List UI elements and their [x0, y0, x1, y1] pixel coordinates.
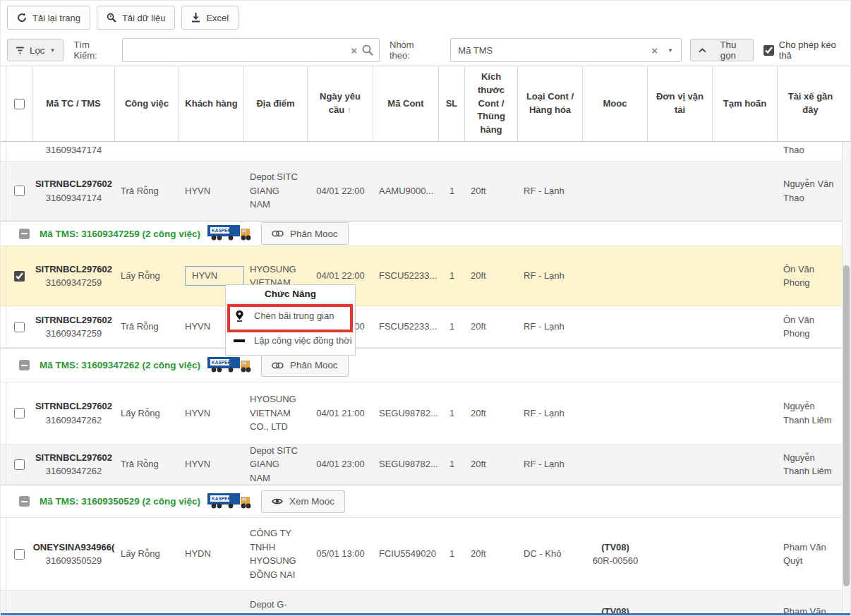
- search-icon[interactable]: [362, 38, 373, 62]
- load-data-button[interactable]: Tải dữ liệu: [97, 6, 175, 30]
- table-row[interactable]: SITRNBCL29760231609347174 Trả Rỗng HYVN …: [1, 162, 850, 221]
- menu-item-label: Chèn bãi trung gian: [254, 310, 334, 321]
- filter-button[interactable]: Lọc ▼: [7, 39, 64, 61]
- group-label: Mã TMS: 31609347262 (2 công việc): [40, 360, 200, 370]
- group-label: Mã TMS: 31609350529 (2 công việc): [40, 496, 200, 507]
- xem-mooc-button[interactable]: Xem Mooc: [261, 490, 345, 513]
- table-row[interactable]: SITRNBCL29760231609347262 Lấy Rỗng HYVN …: [1, 382, 850, 445]
- col-tai-xe[interactable]: Tài xế gần đây: [778, 66, 843, 141]
- tms-job-table-page: { "toolbar": { "reload_label": "Tải lại …: [0, 0, 851, 616]
- col-ngay-yeu-cau[interactable]: Ngày yêu cầu ↑: [308, 66, 373, 141]
- eye-icon: [272, 497, 283, 505]
- row-checkbox[interactable]: [14, 549, 25, 560]
- col-loai-cont[interactable]: Loại Cont / Hàng hóa: [518, 66, 583, 141]
- filter-bar: Lọc ▼ Tìm Kiếm: × Nhóm theo: Mã TMS × ▼ …: [1, 35, 850, 66]
- cell-ma-cont: AAMU9000...: [373, 162, 439, 220]
- scrollbar-thumb[interactable]: [843, 265, 850, 586]
- chevron-down-icon: ▼: [50, 47, 56, 54]
- row-checkbox[interactable]: [14, 271, 25, 282]
- excel-export-button[interactable]: Excel: [181, 6, 239, 30]
- row-checkbox[interactable]: [14, 186, 25, 196]
- table-row[interactable]: 31609347174 Thao: [1, 142, 850, 162]
- col-cong-viec[interactable]: Công việc: [115, 66, 179, 141]
- cell-khach-hang: HYVN: [179, 382, 244, 444]
- bottom-blue-line: [1, 613, 850, 615]
- clear-search-icon[interactable]: ×: [351, 38, 357, 62]
- cell-ma-tc-tms: SITRNBCL29760231609347259: [32, 246, 115, 306]
- clear-group-icon[interactable]: ×: [651, 38, 658, 62]
- group-by-value: Mã TMS: [458, 45, 493, 56]
- row-checkbox[interactable]: [14, 322, 25, 332]
- table-row-selected[interactable]: SITRNBCL29760231609347259 Lấy Rỗng HYVN …: [1, 246, 850, 306]
- phan-mooc-button[interactable]: Phân Mooc: [261, 222, 348, 245]
- phan-mooc-button[interactable]: Phân Mooc: [261, 354, 348, 377]
- select-all-header: [6, 66, 32, 141]
- select-all-checkbox[interactable]: [14, 99, 25, 109]
- table-header: Mã TC / TMS Công việc Khách hàng Địa điể…: [1, 66, 850, 142]
- vertical-scrollbar[interactable]: [842, 142, 850, 615]
- search-label: Tìm Kiếm:: [73, 40, 114, 61]
- cell-mooc: (TV08)60R-00560: [583, 591, 648, 616]
- col-mooc[interactable]: Mooc: [583, 66, 648, 141]
- drag-drop-label: Cho phép kéo thả: [779, 40, 850, 61]
- cell-kich-thuoc: 20ft: [465, 382, 518, 444]
- row-checkbox[interactable]: [14, 459, 25, 470]
- table-row[interactable]: ONEYSINA934966( Trả Rỗng HYDN Depot G-FO…: [1, 591, 850, 616]
- reload-page-button[interactable]: Tải lại trang: [7, 6, 90, 30]
- row-checkbox[interactable]: [14, 408, 25, 418]
- cell-driver: Nguyễn Thanh Liêm: [778, 382, 843, 444]
- cell-ma-cont: FSCU52233...: [373, 306, 439, 347]
- cell-sl: 1: [439, 382, 465, 444]
- svg-text:KASPER: KASPER: [212, 228, 231, 233]
- cell-cong-viec: Trả Rỗng: [115, 306, 179, 347]
- chevron-down-icon[interactable]: ▼: [668, 38, 673, 62]
- col-khach-hang[interactable]: Khách hàng: [179, 66, 244, 141]
- collapse-group-icon[interactable]: [19, 360, 30, 370]
- group-by-label: Nhóm theo:: [390, 40, 436, 61]
- col-ma-tc-tms[interactable]: Mã TC / TMS: [32, 66, 115, 141]
- group-by-select[interactable]: Mã TMS: [450, 38, 682, 62]
- table-row[interactable]: SITRNBCL29760231609347259 Trả Rỗng HYVN …: [1, 306, 850, 348]
- drag-drop-toggle[interactable]: Cho phép kéo thả: [764, 40, 850, 61]
- cell-sl: 1: [439, 246, 465, 306]
- col-ma-cont[interactable]: Mã Cont: [373, 66, 439, 141]
- cell-ngay-yeu-cau: 05/01 13:00: [308, 518, 373, 590]
- table-row[interactable]: SITRNBCL29760231609347262 Trả Rỗng HYVN …: [1, 445, 850, 485]
- collapse-group-icon[interactable]: [19, 496, 30, 507]
- gutter-column: [1, 66, 6, 141]
- top-toolbar: Tải lại trang Tải dữ liệu Excel: [1, 1, 850, 35]
- drag-drop-checkbox[interactable]: [764, 45, 774, 56]
- load-data-label: Tải dữ liệu: [122, 13, 165, 23]
- cell-driver: Ôn Văn Phong: [778, 246, 843, 306]
- cell-cong-viec: Lấy Rỗng: [115, 382, 179, 444]
- cell-ma-tc-tms: 31609347174: [32, 142, 115, 161]
- menu-item-lap-cong-viec-dong-thoi[interactable]: Lập công việc đồng thời: [226, 328, 355, 353]
- cell-loai-cont: RF - Lạnh: [518, 382, 583, 444]
- cell-ma-tc-tms: SITRNBCL29760231609347259: [32, 306, 115, 347]
- group-row: Mã TMS: 31609350529 (2 công việc) KASPER…: [1, 485, 850, 518]
- search-input[interactable]: [122, 38, 380, 62]
- cell-ma-tc-tms: ONEYSINA934966(31609350529: [32, 518, 115, 590]
- cell-khach-hang: HYDN: [179, 518, 244, 590]
- cell-sl: 1: [439, 591, 465, 616]
- cell-ma-tc-tms: SITRNBCL29760231609347262: [32, 382, 115, 444]
- collapse-group-icon[interactable]: [19, 229, 30, 239]
- col-dia-diem[interactable]: Địa điểm: [244, 66, 308, 141]
- cell-khach-hang: HYVN: [179, 162, 244, 220]
- col-kich-thuoc[interactable]: Kích thước Cont / Thùng hàng: [465, 66, 518, 141]
- cell-ma-tc-tms: ONEYSINA934966(: [32, 591, 115, 616]
- col-tam-hoan[interactable]: Tạm hoãn: [713, 66, 778, 141]
- cell-kich-thuoc: 20ft: [465, 246, 518, 306]
- customer-cell-editor[interactable]: HYVN: [185, 266, 244, 286]
- filter-icon: [16, 47, 25, 54]
- cell-driver: Ôn Văn Phong: [778, 306, 843, 347]
- col-don-vi-van-tai[interactable]: Đơn vị vận tải: [648, 66, 713, 141]
- menu-item-chen-bai-trung-gian[interactable]: Chèn bãi trung gian: [226, 303, 355, 328]
- table-row[interactable]: ONEYSINA934966(31609350529 Lấy Rỗng HYDN…: [1, 518, 850, 591]
- cell-driver: Nguyễn Thanh Liêm: [778, 445, 843, 484]
- group-row: Mã TMS: 31609347262 (2 công việc) KASPER…: [1, 348, 850, 382]
- col-sl[interactable]: SL: [439, 66, 465, 141]
- collapse-button[interactable]: Thu gọn: [690, 39, 754, 61]
- filter-label: Lọc: [30, 45, 45, 56]
- cell-loai-cont: RF - Lạnh: [518, 162, 583, 220]
